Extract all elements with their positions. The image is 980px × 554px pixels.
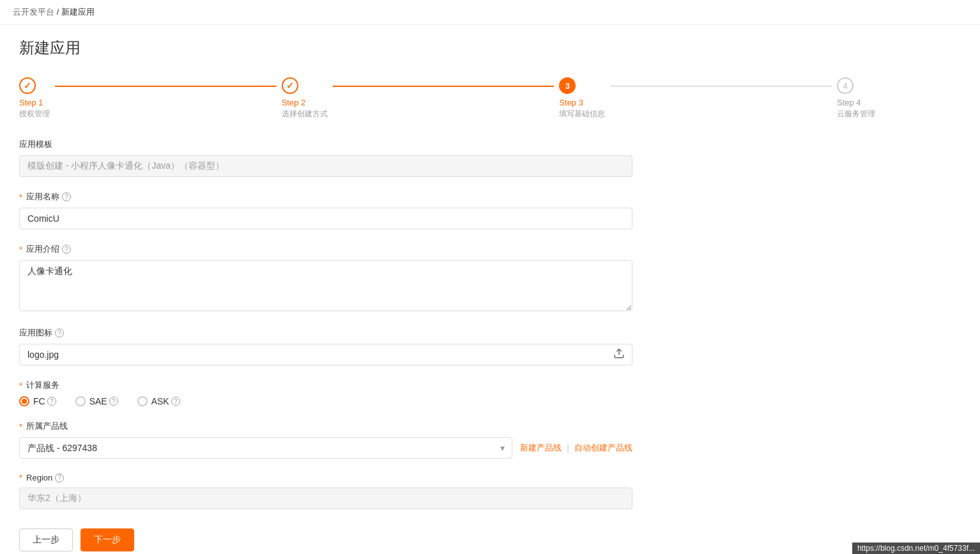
new-product-line-link[interactable]: 新建产品线 bbox=[520, 442, 562, 454]
app-icon-display: logo.jpg bbox=[19, 344, 632, 365]
app-template-input: 模版创建 - 小程序人像卡通化（Java）（容器型） bbox=[19, 155, 632, 177]
app-template-group: 应用模板 模版创建 - 小程序人像卡通化（Java）（容器型） bbox=[19, 139, 632, 177]
region-label: * Region ? bbox=[19, 473, 632, 482]
compute-service-group: * 计算服务 FC ? SAE bbox=[19, 380, 632, 406]
breadcrumb-current: 新建应用 bbox=[61, 7, 95, 17]
breadcrumb-separator: / bbox=[57, 7, 61, 17]
app-name-group: * 应用名称 ? ComicU bbox=[19, 191, 632, 229]
region-help-icon[interactable]: ? bbox=[55, 473, 64, 482]
product-line-row: 产品线 - 6297438 ▾ 新建产品线 | 自动创建产品线 bbox=[19, 437, 632, 459]
app-intro-label: * 应用介绍 ? bbox=[19, 243, 632, 255]
step-2-desc: 选择创建方式 bbox=[282, 109, 328, 119]
app-icon-help-icon[interactable]: ? bbox=[55, 328, 64, 337]
step-2-name: Step 2 bbox=[282, 98, 328, 107]
region-input: 华东2（上海） bbox=[19, 488, 632, 509]
breadcrumb: 云开发平台 / 新建应用 bbox=[0, 0, 980, 25]
app-intro-help-icon[interactable]: ? bbox=[62, 245, 71, 254]
step-4-circle: 4 bbox=[837, 77, 854, 94]
next-button[interactable]: 下一步 bbox=[80, 528, 134, 551]
product-line-select[interactable]: 产品线 - 6297438 bbox=[19, 437, 512, 459]
breadcrumb-parent[interactable]: 云开发平台 bbox=[13, 7, 54, 17]
app-name-label: * 应用名称 ? bbox=[19, 191, 632, 203]
step-1-circle: ✓ bbox=[19, 77, 36, 94]
step-2-circle: ✓ bbox=[282, 77, 298, 94]
sae-radio-circle bbox=[75, 396, 86, 406]
compute-radio-group: FC ? SAE ? ASK ? bbox=[19, 396, 632, 406]
region-group: * Region ? 华东2（上海） bbox=[19, 473, 632, 509]
step-4: 4 Step 4 云服务管理 bbox=[837, 77, 875, 119]
compute-sae-option[interactable]: SAE ? bbox=[75, 396, 118, 406]
step-4-name: Step 4 bbox=[837, 98, 875, 107]
app-name-help-icon[interactable]: ? bbox=[62, 192, 71, 201]
ask-radio-circle bbox=[137, 396, 148, 406]
page-title: 新建应用 bbox=[19, 38, 875, 58]
step-3-name: Step 3 bbox=[559, 98, 605, 107]
step-3: 3 Step 3 填写基础信息 bbox=[559, 77, 605, 119]
ask-help-icon[interactable]: ? bbox=[171, 397, 180, 406]
fc-help-icon[interactable]: ? bbox=[47, 397, 56, 406]
step-2: ✓ Step 2 选择创建方式 bbox=[282, 77, 328, 119]
fc-radio-circle bbox=[19, 396, 29, 406]
compute-fc-option[interactable]: FC ? bbox=[19, 396, 56, 406]
step-line-1 bbox=[55, 86, 277, 87]
product-line-group: * 所属产品线 产品线 - 6297438 ▾ 新建产品线 | 自动创建产品线 bbox=[19, 420, 632, 459]
step-4-desc: 云服务管理 bbox=[837, 109, 875, 119]
compute-service-label: * 计算服务 bbox=[19, 380, 632, 391]
product-line-label: * 所属产品线 bbox=[19, 420, 632, 432]
stepper: ✓ Step 1 授权管理 ✓ Step 2 选择创 bbox=[19, 77, 875, 119]
step-3-circle: 3 bbox=[559, 77, 576, 94]
sae-help-icon[interactable]: ? bbox=[109, 397, 118, 406]
step-line-2 bbox=[333, 86, 555, 87]
step-line-3 bbox=[610, 86, 832, 87]
app-icon-label: 应用图标 ? bbox=[19, 327, 632, 339]
button-group: 上一步 下一步 bbox=[19, 528, 632, 551]
upload-icon[interactable] bbox=[613, 348, 625, 362]
product-line-links: 新建产品线 | 自动创建产品线 bbox=[520, 442, 632, 454]
form: 应用模板 模版创建 - 小程序人像卡通化（Java）（容器型） * 应用名称 ?… bbox=[19, 139, 632, 551]
auto-create-product-line-link[interactable]: 自动创建产品线 bbox=[574, 442, 632, 454]
app-icon-group: 应用图标 ? logo.jpg bbox=[19, 327, 632, 365]
step-1-name: Step 1 bbox=[19, 98, 50, 107]
product-line-select-wrapper: 产品线 - 6297438 ▾ bbox=[19, 437, 512, 459]
app-intro-group: * 应用介绍 ? 人像卡通化 bbox=[19, 243, 632, 313]
step-1-desc: 授权管理 bbox=[19, 109, 50, 119]
app-name-input[interactable]: ComicU bbox=[19, 208, 632, 229]
compute-ask-option[interactable]: ASK ? bbox=[137, 396, 180, 406]
fc-radio-inner bbox=[22, 399, 27, 404]
app-icon-input-wrapper: logo.jpg bbox=[19, 344, 632, 365]
app-intro-textarea[interactable]: 人像卡通化 bbox=[19, 260, 632, 311]
step-3-desc: 填写基础信息 bbox=[559, 109, 605, 119]
app-template-label: 应用模板 bbox=[19, 139, 632, 150]
status-bar: https://blog.csdn.net/m0_4f5733f... bbox=[852, 542, 980, 554]
step-1: ✓ Step 1 授权管理 bbox=[19, 77, 50, 119]
prev-button[interactable]: 上一步 bbox=[19, 528, 73, 551]
